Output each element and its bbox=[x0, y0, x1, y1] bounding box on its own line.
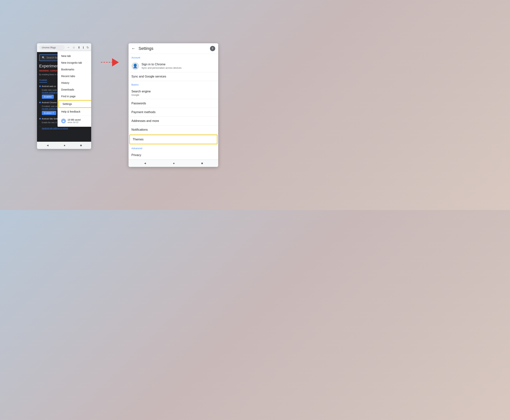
settings-item-addresses[interactable]: Addresses and more bbox=[129, 117, 218, 125]
flag-btn-2[interactable]: Enabled ▼ bbox=[42, 111, 56, 115]
back-nav-icon[interactable]: ◄ bbox=[46, 144, 49, 147]
back-nav-btn[interactable]: ◄ bbox=[143, 162, 147, 165]
avatar-icon: 👤 bbox=[133, 64, 138, 68]
forward-icon[interactable]: → bbox=[67, 46, 70, 49]
toolbar-icons: → ☆ ⬇ ℹ ↻ bbox=[67, 46, 89, 49]
flag-link-3[interactable]: #android-site-settings-ui-refresh bbox=[42, 127, 89, 129]
menu-item-recent-tabs[interactable]: Recent tabs bbox=[58, 73, 91, 80]
refresh-icon[interactable]: ↻ bbox=[86, 46, 89, 49]
address-bar[interactable]: chrome://flags bbox=[39, 45, 65, 50]
menu-divider bbox=[58, 116, 91, 116]
payment-title: Payment methods bbox=[131, 111, 215, 114]
dashed-arrow-line bbox=[101, 62, 112, 62]
flag-dot-2 bbox=[39, 102, 41, 103]
settings-item-sync[interactable]: Sync and Google services bbox=[129, 72, 218, 81]
section-label-account: Account bbox=[129, 54, 218, 60]
passwords-title: Passwords bbox=[131, 102, 215, 105]
settings-title: Settings bbox=[139, 46, 154, 51]
menu-item-bookmarks[interactable]: Bookmarks bbox=[58, 66, 91, 73]
search-engine-sub: Google bbox=[131, 94, 215, 96]
section-label-basics: Basics bbox=[129, 81, 218, 87]
flag-desc-2: If enabled, user ca bbox=[42, 105, 57, 107]
section-label-advanced: Advanced bbox=[129, 145, 218, 151]
settings-item-themes[interactable]: Themes bbox=[129, 135, 217, 144]
settings-toolbar: ← Settings ? bbox=[129, 43, 218, 54]
info-icon[interactable]: ℹ bbox=[83, 46, 84, 49]
recent-nav-icon[interactable]: ■ bbox=[80, 144, 82, 147]
browser-toolbar: chrome://flags → ☆ ⬇ ℹ ↻ bbox=[37, 43, 91, 52]
download-icon[interactable]: ⬇ bbox=[78, 46, 80, 49]
arrow-head-icon bbox=[112, 58, 119, 67]
bookmark-icon[interactable]: ☆ bbox=[72, 46, 75, 49]
left-browser-panel: chrome://flags → ☆ ⬇ ℹ ↻ 🔍 Search flags … bbox=[37, 43, 91, 149]
search-engine-title: Search engine bbox=[131, 90, 215, 93]
flag-btn-1[interactable]: Enabled bbox=[42, 95, 54, 99]
dropdown-menu: New tab New incognito tab Bookmarks Rece… bbox=[58, 51, 91, 127]
flag-desc-1: Enable dark mode bbox=[42, 89, 57, 91]
flag-name-2: Android Chrome bbox=[42, 101, 57, 104]
notifications-title: Notifications bbox=[131, 128, 215, 131]
settings-item-search-engine[interactable]: Search engine Google bbox=[129, 87, 218, 99]
addresses-title: Addresses and more bbox=[131, 119, 215, 123]
data-saver-text: 18 MB saved since Jul 22 bbox=[68, 119, 81, 123]
settings-item-notifications[interactable]: Notifications bbox=[129, 125, 218, 134]
browser-nav-bar: ◄ ● ■ bbox=[37, 142, 91, 149]
privacy-title: Privacy bbox=[131, 153, 215, 157]
back-arrow-icon[interactable]: ← bbox=[131, 46, 136, 51]
menu-item-incognito[interactable]: New incognito tab bbox=[58, 59, 91, 66]
menu-item-new-tab[interactable]: New tab bbox=[58, 53, 91, 59]
settings-toolbar-left: ← Settings bbox=[131, 46, 154, 51]
flag-name-1: Android web co bbox=[42, 85, 56, 87]
home-nav-icon[interactable]: ● bbox=[64, 144, 66, 147]
signin-title: Sign in to Chrome bbox=[142, 63, 182, 66]
menu-item-help[interactable]: Help & feedback bbox=[58, 108, 91, 115]
settings-item-payment[interactable]: Payment methods bbox=[129, 108, 218, 117]
home-nav-btn[interactable]: ● bbox=[173, 162, 175, 165]
themes-title: Themes bbox=[133, 138, 214, 141]
menu-item-history[interactable]: History bbox=[58, 80, 91, 86]
search-icon: 🔍 bbox=[42, 56, 45, 59]
settings-nav-bar: ◄ ● ■ bbox=[129, 160, 218, 167]
settings-panel: ← Settings ? Account 👤 Sign in to Chrome… bbox=[129, 43, 218, 167]
dropdown-arrow-icon: ▼ bbox=[52, 112, 54, 114]
flag-dot-3 bbox=[39, 118, 41, 120]
account-signin-item[interactable]: 👤 Sign in to Chrome Sync and personalize… bbox=[129, 60, 218, 72]
help-icon[interactable]: ? bbox=[210, 46, 215, 51]
menu-item-find-in-page[interactable]: Find in page bbox=[58, 93, 91, 100]
avatar: 👤 bbox=[131, 62, 139, 70]
menu-footer: 18 MB saved since Jul 22 bbox=[58, 117, 91, 125]
settings-item-privacy[interactable]: Privacy bbox=[129, 151, 218, 160]
available-tab[interactable]: Availab bbox=[39, 79, 47, 82]
account-info: Sign in to Chrome Sync and personalize a… bbox=[142, 63, 182, 69]
signin-subtitle: Sync and personalize across devices bbox=[142, 67, 182, 69]
recent-nav-btn[interactable]: ■ bbox=[201, 162, 203, 165]
settings-item-passwords[interactable]: Passwords bbox=[129, 99, 218, 108]
data-saver-icon bbox=[61, 119, 66, 123]
menu-item-settings[interactable]: Settings bbox=[58, 100, 91, 108]
menu-item-downloads[interactable]: Downloads bbox=[58, 86, 91, 93]
flag-dot-1 bbox=[39, 85, 41, 87]
arrow-container bbox=[97, 58, 123, 67]
